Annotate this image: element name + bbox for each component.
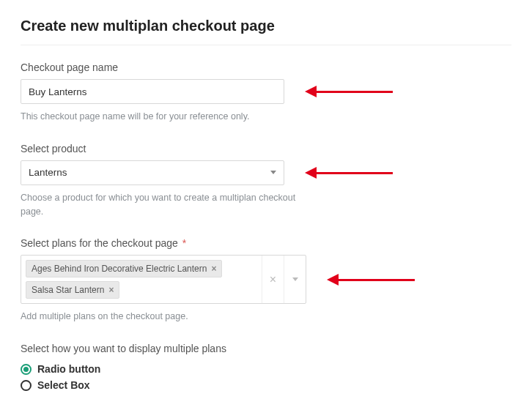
checkout-name-input[interactable] [21,79,284,104]
select-product-label: Select product [21,143,511,154]
select-product-dropdown[interactable]: Lanterns [21,160,284,185]
open-dropdown-button[interactable] [284,256,306,303]
display-option-radio-button[interactable]: Radio button [21,363,511,375]
radio-icon [21,364,32,375]
annotation-arrow-icon [305,169,393,176]
checkout-name-label: Checkout page name [21,61,511,73]
select-plans-label: Select plans for the checkout page * [21,237,511,249]
checkout-name-helper: This checkout page name will be for your… [21,110,299,124]
annotation-arrow-icon [327,276,415,283]
selected-plan-label: Ages Behind Iron Decorative Electric Lan… [32,264,207,274]
required-asterisk: * [182,237,186,249]
remove-tag-icon[interactable]: × [108,285,114,295]
radio-option-label: Radio button [37,363,100,375]
clear-all-icon[interactable]: × [262,256,284,303]
remove-tag-icon[interactable]: × [211,264,216,274]
display-option-select-box[interactable]: Select Box [21,379,511,391]
annotation-arrow-icon [305,88,393,95]
selected-plan-tag: Ages Behind Iron Decorative Electric Lan… [26,260,222,277]
select-product-group: Select product Lanterns Choose a product… [21,143,511,219]
checkout-name-group: Checkout page name This checkout page na… [21,61,511,124]
select-plans-helper: Add multiple plans on the checkout page. [21,310,299,324]
selected-plan-label: Salsa Star Lantern [32,285,104,295]
select-product-helper: Choose a product for which you want to c… [21,191,299,219]
chevron-down-icon [292,277,298,281]
selected-plan-tag: Salsa Star Lantern × [26,281,119,299]
chevron-down-icon [270,171,276,174]
selected-plans-area: Ages Behind Iron Decorative Electric Lan… [21,256,262,303]
select-plans-multiselect[interactable]: Ages Behind Iron Decorative Electric Lan… [21,255,306,304]
select-product-value: Lanterns [29,167,67,178]
display-mode-label: Select how you want to display multiple … [21,343,511,354]
select-plans-group: Select plans for the checkout page * Age… [21,237,511,324]
display-mode-group: Select how you want to display multiple … [21,343,511,391]
radio-option-label: Select Box [37,379,90,391]
page-title: Create new multiplan checkout page [21,18,511,45]
radio-icon [21,380,32,391]
